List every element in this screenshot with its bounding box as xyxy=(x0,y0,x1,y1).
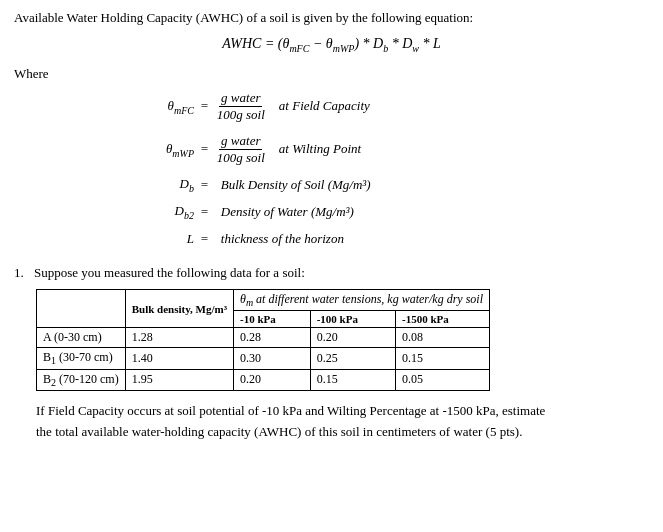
table-row: B2 (70-120 cm) 1.95 0.20 0.15 0.05 xyxy=(37,369,490,390)
def-lhs-4: Db2 xyxy=(134,203,194,221)
table-row: B1 (30-70 cm) 1.40 0.30 0.25 0.15 xyxy=(37,348,490,369)
row1-1500kpa: 0.08 xyxy=(395,328,489,348)
row2-horizon: B1 (30-70 cm) xyxy=(37,348,126,369)
question-section: 1. Suppose you measured the following da… xyxy=(14,265,649,443)
question-1: 1. Suppose you measured the following da… xyxy=(14,265,649,281)
def-rhs-1: g water 100g soil xyxy=(215,90,267,123)
col-bulk-density: Bulk density, Mg/m³ xyxy=(125,289,233,327)
def-suffix-2: at Wilting Point xyxy=(279,141,361,157)
answer-line1: If Field Capacity occurs at soil potenti… xyxy=(36,403,545,418)
def-theta-mwp: θmWP = g water 100g soil at Wilting Poin… xyxy=(134,133,649,166)
col-minus100: -100 kPa xyxy=(310,311,395,328)
q1-text: Suppose you measured the following data … xyxy=(34,265,305,281)
table-row: A (0-30 cm) 1.28 0.28 0.20 0.08 xyxy=(37,328,490,348)
row2-bulk: 1.40 xyxy=(125,348,233,369)
col-horizon xyxy=(37,289,126,327)
def-lhs-3: Db xyxy=(134,176,194,194)
intro-text: Available Water Holding Capacity (AWHC) … xyxy=(14,10,649,26)
answer-instructions: If Field Capacity occurs at soil potenti… xyxy=(36,401,649,443)
row3-100kpa: 0.15 xyxy=(310,369,395,390)
row2-10kpa: 0.30 xyxy=(233,348,310,369)
row1-100kpa: 0.20 xyxy=(310,328,395,348)
def-theta-mfc: θmFC = g water 100g soil at Field Capaci… xyxy=(134,90,649,123)
def-lhs-2: θmWP xyxy=(134,141,194,159)
def-suffix-5: thickness of the horizon xyxy=(221,231,344,247)
row1-horizon: A (0-30 cm) xyxy=(37,328,126,348)
row2-1500kpa: 0.15 xyxy=(395,348,489,369)
row3-horizon: B2 (70-120 cm) xyxy=(37,369,126,390)
def-l: L = thickness of the horizon xyxy=(134,231,649,247)
row1-10kpa: 0.28 xyxy=(233,328,310,348)
def-lhs-1: θmFC xyxy=(134,98,194,116)
row3-bulk: 1.95 xyxy=(125,369,233,390)
col-span-header: θm at different water tensions, kg water… xyxy=(233,289,489,310)
def-suffix-1: at Field Capacity xyxy=(279,98,370,114)
answer-line2: the total available water-holding capaci… xyxy=(36,424,522,439)
def-suffix-4: Density of Water (Mg/m³) xyxy=(221,204,354,220)
q1-number: 1. xyxy=(14,265,34,281)
row3-1500kpa: 0.05 xyxy=(395,369,489,390)
col-minus1500: -1500 kPa xyxy=(395,311,489,328)
soil-data-table: Bulk density, Mg/m³ θm at different wate… xyxy=(36,289,490,391)
row1-bulk: 1.28 xyxy=(125,328,233,348)
def-db: Db = Bulk Density of Soil (Mg/m³) xyxy=(134,176,649,194)
col-minus10: -10 kPa xyxy=(233,311,310,328)
row2-100kpa: 0.25 xyxy=(310,348,395,369)
def-rhs-2: g water 100g soil xyxy=(215,133,267,166)
def-db2: Db2 = Density of Water (Mg/m³) xyxy=(134,203,649,221)
definitions-block: θmFC = g water 100g soil at Field Capaci… xyxy=(134,90,649,247)
def-lhs-5: L xyxy=(134,231,194,247)
where-label: Where xyxy=(14,66,649,82)
row3-10kpa: 0.20 xyxy=(233,369,310,390)
main-equation: AWHC = (θmFC − θmWP) * Db * Dw * L xyxy=(14,36,649,54)
def-suffix-3: Bulk Density of Soil (Mg/m³) xyxy=(221,177,371,193)
